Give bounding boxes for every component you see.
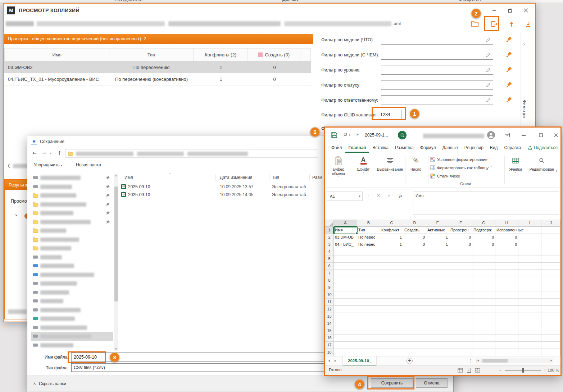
clear-filter-brush-icon[interactable] [506,51,513,58]
grid-cell[interactable]: 0 [449,241,472,248]
grid-cell[interactable] [357,342,380,349]
grid-cell[interactable]: Имя [334,227,357,234]
grid-cell[interactable] [426,320,449,327]
filter-input[interactable] [381,35,493,45]
undo-icon[interactable]: ↺ [343,132,348,137]
row-header[interactable]: 18 [325,349,334,356]
grid-cell[interactable] [449,277,472,284]
column-header[interactable]: A [334,220,357,227]
grid-cell[interactable] [426,291,449,299]
grid-cell[interactable] [472,263,495,270]
grid-cell[interactable]: 1 [380,241,403,248]
minimize-button[interactable] [486,5,502,15]
scrollbar-thumb[interactable] [482,359,508,363]
grid-cell[interactable] [472,327,495,335]
share-button[interactable]: Поделиться [528,145,558,150]
hide-folders-button[interactable]: Скрыть папки [39,381,66,386]
grid-cell[interactable] [403,248,426,255]
grid-cell[interactable] [403,263,426,270]
page-break-view-icon[interactable] [475,368,480,374]
row-header[interactable]: 17 [325,342,334,349]
grid-cell[interactable] [518,349,541,356]
sheet-tab[interactable]: 2025-09-10_ [342,356,377,365]
select-all-corner[interactable] [325,220,334,227]
guid-filter-input[interactable] [378,110,401,119]
row-header[interactable]: 4 [325,248,334,255]
grid-cell[interactable] [426,263,449,270]
grid-cell[interactable] [403,255,426,263]
grid-cell[interactable] [449,284,472,291]
grid-cell[interactable] [403,313,426,320]
column-header[interactable]: E [426,220,449,227]
folder-tree-item[interactable] [31,226,113,235]
filters-side-tab[interactable]: Фильтры [522,100,527,119]
grid-cell[interactable] [426,270,449,277]
grid-cell[interactable] [357,263,380,270]
grid-cell[interactable] [472,284,495,291]
grid-cell[interactable] [541,335,560,342]
save-icon[interactable] [331,132,337,139]
grid-cell[interactable] [334,342,357,349]
grid-cell[interactable] [541,263,560,270]
grid-cell[interactable] [334,270,357,277]
insert-function-icon[interactable]: fx [396,193,405,198]
row-header[interactable]: 9 [325,284,334,291]
tree-scrollbar[interactable]: ∧ ∧ [114,174,118,351]
grid-cell[interactable] [380,277,403,284]
grid-cell[interactable] [449,270,472,277]
grid-cell[interactable] [472,349,495,356]
grid-cell[interactable] [380,248,403,255]
check-row[interactable]: 03.ЭМ-ОВ2По пересечению10 [4,61,311,73]
grid-cell[interactable] [357,306,380,313]
grid-cell[interactable] [357,335,380,342]
filter-input[interactable] [381,80,493,90]
grid-cell[interactable] [426,349,449,356]
scrollbar-left-arrow[interactable]: ❮ [7,163,10,168]
scroll-left-icon[interactable]: ◂ [477,359,479,362]
grid-cell[interactable] [495,291,518,299]
sheet-prev-icon[interactable]: ◂ [328,359,330,363]
grid-cell[interactable] [449,327,472,335]
ribbon-overflow-chevron-icon[interactable]: › [556,169,558,174]
grid-cell[interactable] [380,255,403,263]
grid-cell[interactable] [495,255,518,263]
restore-button[interactable] [502,5,518,15]
grid-cell[interactable] [426,248,449,255]
number-group-button[interactable]: % Число ˅ [406,155,426,175]
row-header[interactable]: 8 [325,277,334,284]
grid-cell[interactable] [518,255,541,263]
close-button[interactable] [518,5,534,15]
clipboard-group-button[interactable]: Буфер обмена ˅ [327,155,350,180]
column-header[interactable]: Создать (0) [248,49,300,61]
scroll-down-icon[interactable]: ∧ [114,347,118,351]
grid-cell[interactable] [495,306,518,313]
up-icon[interactable]: ↑ [58,150,62,156]
grid-cell[interactable] [541,306,560,313]
grid-cell[interactable] [380,270,403,277]
column-header[interactable]: J [541,220,560,227]
grid-cell[interactable] [403,306,426,313]
grid-cell[interactable]: Проверен [449,227,472,234]
grid-cell[interactable] [495,320,518,327]
format-as-table-button[interactable]: Форматировать как таблицу˅ [430,164,492,171]
ribbon-tab[interactable]: Рецензир [461,143,487,153]
quick-access-more-icon[interactable]: » [356,132,359,137]
grid-cell[interactable] [357,313,380,320]
grid-cell[interactable]: 0 [495,234,518,241]
grid-cell[interactable] [449,313,472,320]
grid-cell[interactable] [449,342,472,349]
grid-cell[interactable] [403,277,426,284]
grid-cell[interactable] [495,342,518,349]
row-header[interactable]: 6 [325,263,334,270]
file-row[interactable]: 2025-09-1010.09.2025 13:57Электронная та… [120,183,350,191]
grid-cell[interactable] [426,277,449,284]
grid-cell[interactable] [541,255,560,263]
grid-cell[interactable]: Тип [357,227,380,234]
column-header-name[interactable]: Имя [124,175,133,180]
horizontal-scrollbar[interactable]: ◂ ▸ [476,359,553,363]
grid-cell[interactable] [472,270,495,277]
folder-tree-item[interactable] [31,200,113,209]
grid-cell[interactable] [541,284,560,291]
grid-cell[interactable]: 1 [380,234,403,241]
grid-cell[interactable] [357,299,380,306]
